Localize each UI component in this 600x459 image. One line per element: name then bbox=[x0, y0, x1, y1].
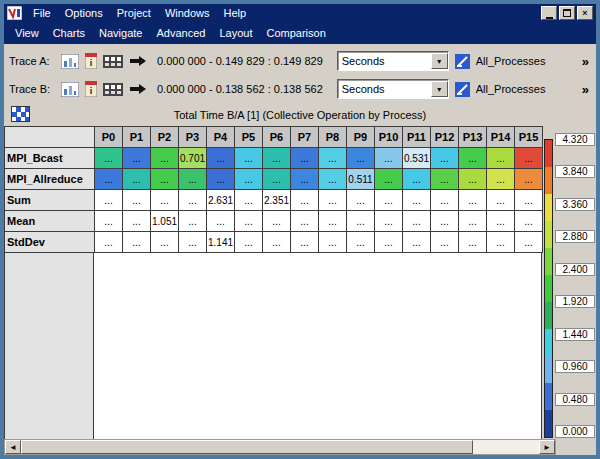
cell-Mean-P6[interactable]: ... bbox=[263, 211, 291, 232]
cell-Sum-P0[interactable]: ... bbox=[95, 190, 123, 211]
scroll-right-arrow[interactable]: ► bbox=[539, 440, 555, 454]
chevron-down-icon[interactable]: ▼ bbox=[431, 81, 448, 97]
cell-Sum-P14[interactable]: ... bbox=[487, 190, 515, 211]
info-icon[interactable]: i bbox=[85, 53, 97, 69]
process-group-icon[interactable] bbox=[455, 54, 470, 69]
cell-StdDev-P12[interactable]: ... bbox=[431, 232, 459, 253]
cell-MPI_Bcast-P13[interactable]: ... bbox=[459, 148, 487, 169]
cell-StdDev-P9[interactable]: ... bbox=[347, 232, 375, 253]
chevron-down-icon[interactable]: ▼ bbox=[431, 53, 448, 69]
cell-Mean-P1[interactable]: ... bbox=[123, 211, 151, 232]
horizontal-scrollbar[interactable]: ◄ ► bbox=[4, 439, 556, 455]
cell-Sum-P10[interactable]: ... bbox=[375, 190, 403, 211]
cell-Mean-P5[interactable]: ... bbox=[235, 211, 263, 232]
cell-StdDev-P0[interactable]: ... bbox=[95, 232, 123, 253]
cell-Sum-P15[interactable]: ... bbox=[515, 190, 543, 211]
menu-view[interactable]: View bbox=[8, 26, 46, 40]
scrollbar-thumb[interactable] bbox=[21, 440, 473, 454]
cell-MPI_Allreduce-P0[interactable]: ... bbox=[95, 169, 123, 190]
cell-MPI_Allreduce-P13[interactable]: ... bbox=[459, 169, 487, 190]
close-button[interactable]: × bbox=[577, 6, 593, 20]
cell-StdDev-P8[interactable]: ... bbox=[319, 232, 347, 253]
cell-Mean-P13[interactable]: ... bbox=[459, 211, 487, 232]
cell-MPI_Allreduce-P2[interactable]: ... bbox=[151, 169, 179, 190]
cell-StdDev-P3[interactable]: ... bbox=[179, 232, 207, 253]
process-group-icon[interactable] bbox=[455, 82, 470, 97]
cell-StdDev-P11[interactable]: ... bbox=[403, 232, 431, 253]
cell-Sum-P2[interactable]: ... bbox=[151, 190, 179, 211]
menu-advanced[interactable]: Advanced bbox=[149, 26, 212, 40]
cell-MPI_Bcast-P0[interactable]: ... bbox=[95, 148, 123, 169]
cell-MPI_Allreduce-P3[interactable]: ... bbox=[179, 169, 207, 190]
cell-StdDev-P10[interactable]: ... bbox=[375, 232, 403, 253]
cell-MPI_Bcast-P4[interactable]: ... bbox=[207, 148, 235, 169]
cell-Sum-P9[interactable]: ... bbox=[347, 190, 375, 211]
cell-Sum-P12[interactable]: ... bbox=[431, 190, 459, 211]
cell-MPI_Bcast-P5[interactable]: ... bbox=[235, 148, 263, 169]
cell-Mean-P8[interactable]: ... bbox=[319, 211, 347, 232]
cell-Sum-P7[interactable]: ... bbox=[291, 190, 319, 211]
cell-MPI_Allreduce-P12[interactable]: ... bbox=[431, 169, 459, 190]
chart-icon[interactable] bbox=[61, 54, 79, 69]
cell-MPI_Bcast-P12[interactable]: ... bbox=[431, 148, 459, 169]
trace-a-process-group[interactable]: All_Processes bbox=[476, 55, 546, 67]
cell-MPI_Allreduce-P7[interactable]: ... bbox=[291, 169, 319, 190]
menu-navigate[interactable]: Navigate bbox=[92, 26, 149, 40]
filmstrip-icon[interactable] bbox=[103, 83, 123, 96]
cell-MPI_Allreduce-P6[interactable]: ... bbox=[263, 169, 291, 190]
cell-StdDev-P4[interactable]: 1.141 bbox=[207, 232, 235, 253]
cell-Sum-P11[interactable]: ... bbox=[403, 190, 431, 211]
trace-b-process-group[interactable]: All_Processes bbox=[476, 83, 546, 95]
scrollbar-track[interactable] bbox=[473, 440, 539, 454]
cell-Mean-P15[interactable]: ... bbox=[515, 211, 543, 232]
cell-MPI_Bcast-P6[interactable]: ... bbox=[263, 148, 291, 169]
cell-Mean-P9[interactable]: ... bbox=[347, 211, 375, 232]
minimize-button[interactable] bbox=[541, 6, 557, 20]
menu-project[interactable]: Project bbox=[110, 6, 158, 20]
cell-StdDev-P13[interactable]: ... bbox=[459, 232, 487, 253]
menu-layout[interactable]: Layout bbox=[212, 26, 259, 40]
cell-Mean-P10[interactable]: ... bbox=[375, 211, 403, 232]
cell-StdDev-P7[interactable]: ... bbox=[291, 232, 319, 253]
cell-MPI_Bcast-P14[interactable]: ... bbox=[487, 148, 515, 169]
cell-MPI_Bcast-P2[interactable]: ... bbox=[151, 148, 179, 169]
cell-Mean-P12[interactable]: ... bbox=[431, 211, 459, 232]
cell-MPI_Bcast-P7[interactable]: ... bbox=[291, 148, 319, 169]
cell-Sum-P6[interactable]: 2.351 bbox=[263, 190, 291, 211]
cell-MPI_Allreduce-P14[interactable]: ... bbox=[487, 169, 515, 190]
trace-b-unit-select[interactable]: Seconds ▼ bbox=[337, 79, 449, 99]
cell-Mean-P7[interactable]: ... bbox=[291, 211, 319, 232]
cell-Sum-P1[interactable]: ... bbox=[123, 190, 151, 211]
cell-MPI_Allreduce-P11[interactable]: ... bbox=[403, 169, 431, 190]
cell-MPI_Bcast-P3[interactable]: 0.701 bbox=[179, 148, 207, 169]
expand-chevrons[interactable]: » bbox=[582, 54, 591, 69]
cell-StdDev-P2[interactable]: ... bbox=[151, 232, 179, 253]
cell-Mean-P3[interactable]: ... bbox=[179, 211, 207, 232]
menu-options[interactable]: Options bbox=[58, 6, 110, 20]
cell-StdDev-P6[interactable]: ... bbox=[263, 232, 291, 253]
cell-MPI_Allreduce-P8[interactable]: ... bbox=[319, 169, 347, 190]
menu-file[interactable]: File bbox=[26, 6, 58, 20]
menu-help[interactable]: Help bbox=[217, 6, 254, 20]
cell-MPI_Bcast-P11[interactable]: 0.531 bbox=[403, 148, 431, 169]
expand-chevrons[interactable]: » bbox=[582, 82, 591, 97]
scroll-left-arrow[interactable]: ◄ bbox=[5, 440, 21, 454]
cell-MPI_Bcast-P10[interactable]: ... bbox=[375, 148, 403, 169]
info-icon[interactable]: i bbox=[85, 81, 97, 97]
cell-Sum-P8[interactable]: ... bbox=[319, 190, 347, 211]
maximize-button[interactable] bbox=[559, 6, 575, 20]
menu-charts[interactable]: Charts bbox=[46, 26, 92, 40]
menu-comparison[interactable]: Comparison bbox=[259, 26, 332, 40]
cell-Mean-P4[interactable]: ... bbox=[207, 211, 235, 232]
cell-Sum-P5[interactable]: ... bbox=[235, 190, 263, 211]
cell-Mean-P0[interactable]: ... bbox=[95, 211, 123, 232]
jump-arrow-icon[interactable] bbox=[129, 55, 147, 67]
chart-icon[interactable] bbox=[61, 82, 79, 97]
cell-MPI_Allreduce-P15[interactable]: ... bbox=[515, 169, 543, 190]
cell-MPI_Allreduce-P5[interactable]: ... bbox=[235, 169, 263, 190]
cell-MPI_Allreduce-P1[interactable]: ... bbox=[123, 169, 151, 190]
cell-StdDev-P15[interactable]: ... bbox=[515, 232, 543, 253]
cell-Mean-P11[interactable]: ... bbox=[403, 211, 431, 232]
cell-StdDev-P1[interactable]: ... bbox=[123, 232, 151, 253]
cell-MPI_Allreduce-P10[interactable]: ... bbox=[375, 169, 403, 190]
